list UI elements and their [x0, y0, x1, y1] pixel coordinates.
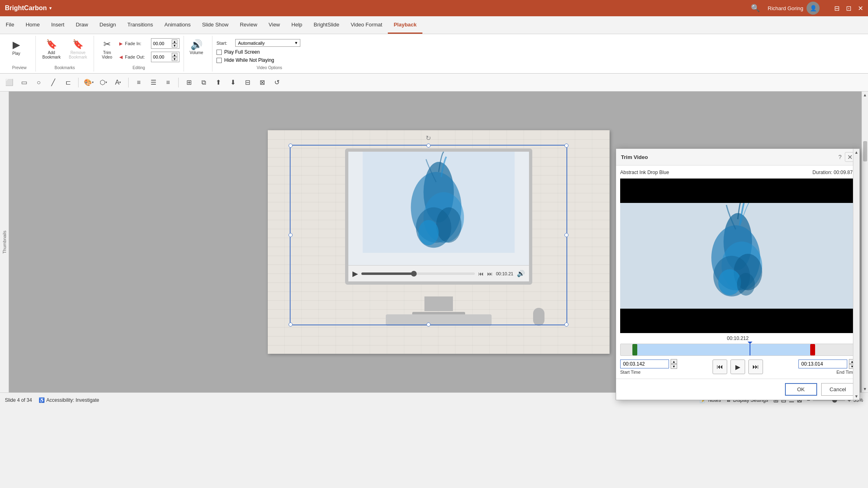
dialog-scroll-down[interactable]: ▼ [855, 394, 859, 399]
trim-playhead [750, 344, 750, 355]
arrange-btn[interactable]: ⧉ [197, 76, 210, 89]
fade-in-arrow: ▶ [119, 41, 122, 46]
trim-step-back-button[interactable]: ⏮ [713, 359, 727, 374]
menu-view[interactable]: View [263, 16, 286, 34]
video-progress-bar[interactable] [361, 272, 475, 275]
shape-fill-color[interactable]: 🎨 ▾ [83, 76, 95, 89]
video-step-back[interactable]: ⏮ [478, 270, 484, 277]
title-dropdown-arrow[interactable]: ▾ [49, 5, 52, 11]
volume-group-label [188, 69, 208, 70]
dialog-vscrollbar[interactable]: ▲ ▼ [853, 149, 859, 400]
trim-step-forward-icon: ⏭ [752, 363, 759, 370]
end-time-value: 00:13.014 [801, 361, 823, 367]
trim-step-forward-button[interactable]: ⏭ [748, 359, 763, 374]
align-center-btn[interactable]: ☰ [147, 76, 160, 89]
fade-in-up[interactable]: ▲ [172, 39, 177, 44]
video-progress-thumb[interactable] [411, 271, 417, 277]
menu-transitions[interactable]: Transitions [122, 16, 159, 34]
fade-out-down[interactable]: ▼ [172, 57, 177, 61]
title-bar: BrightCarbon ▾ 🔍 Richard Goring 👤 ⊟ ⊡ ✕ [0, 0, 868, 16]
fade-out-label: Fade Out: [125, 54, 149, 59]
preview-group-label: Preview [7, 64, 31, 70]
start-time-group: 00:03.142 ▲ ▼ Start Time [620, 359, 677, 375]
bring-forward-btn[interactable]: ⬆ [212, 76, 224, 89]
add-bookmark-button[interactable]: 🔖 AddBookmark [40, 37, 63, 61]
trim-video-button[interactable]: ✂ TrimVideo [98, 37, 116, 61]
thumbnails-toggle[interactable]: Thumbnails [0, 92, 9, 392]
app-title-area: BrightCarbon ▾ [5, 4, 52, 12]
scroll-thumb[interactable] [863, 141, 867, 161]
font-color-icon: A [115, 79, 120, 86]
restore-icon[interactable]: ⊡ [846, 4, 851, 12]
ok-button[interactable]: OK [785, 383, 817, 396]
start-time-up[interactable]: ▲ [671, 359, 677, 364]
remove-bookmark-button[interactable]: 🔖 RemoveBookmark [66, 37, 90, 61]
cancel-button[interactable]: Cancel [821, 383, 855, 396]
shape-outline-color[interactable]: ⬡ ▾ [97, 76, 109, 89]
search-icon[interactable]: 🔍 [751, 4, 760, 13]
fade-out-input[interactable]: 00.00 ▲ ▼ [151, 52, 179, 62]
video-volume-icon[interactable]: 🔊 [517, 270, 525, 277]
dialog-help-icon[interactable]: ? [838, 154, 842, 160]
play-full-screen-row[interactable]: Play Full Screen [216, 49, 260, 55]
play-button[interactable]: ▶ Play [7, 37, 25, 57]
menu-draw[interactable]: Draw [70, 16, 94, 34]
trim-video-label: TrimVideo [102, 50, 112, 59]
accessibility-area[interactable]: ♿ Accessibility: Investigate [39, 397, 99, 403]
menu-home[interactable]: Home [20, 16, 46, 34]
scroll-up-arrow[interactable]: ▲ [863, 93, 867, 97]
hide-while-not-playing-row[interactable]: Hide While Not Playing [216, 57, 274, 63]
align-objects-btn[interactable]: ⊟ [241, 76, 254, 89]
menu-help[interactable]: Help [286, 16, 308, 34]
trim-play-button[interactable]: ▶ [730, 359, 745, 374]
align-right-btn[interactable]: ≡ [162, 76, 174, 89]
dialog-scroll-up[interactable]: ▲ [855, 150, 859, 155]
menu-slideshow[interactable]: Slide Show [196, 16, 234, 34]
trim-start-handle[interactable] [632, 344, 637, 355]
menu-animations[interactable]: Animations [159, 16, 196, 34]
menu-video-format[interactable]: Video Format [345, 16, 388, 34]
fade-in-down[interactable]: ▼ [172, 44, 177, 48]
play-full-screen-checkbox[interactable] [216, 50, 222, 55]
trim-timeline[interactable] [620, 344, 855, 356]
scroll-down-arrow[interactable]: ▼ [863, 387, 867, 391]
align-left-btn[interactable]: ≡ [133, 76, 145, 89]
dialog-titlebar-controls: ? ✕ [838, 152, 855, 162]
end-time-input[interactable]: 00:13.014 [798, 359, 847, 368]
shape-freeform[interactable]: ⊏ [62, 76, 74, 89]
shape-line[interactable]: ╱ [47, 76, 59, 89]
fade-out-spinners: ▲ ▼ [172, 53, 177, 61]
trim-end-handle[interactable] [810, 344, 815, 355]
close-icon[interactable]: ✕ [858, 4, 863, 12]
menu-review[interactable]: Review [234, 16, 263, 34]
video-step-forward[interactable]: ⏭ [487, 270, 493, 277]
rotate-btn[interactable]: ↺ [271, 76, 283, 89]
distribute-btn[interactable]: ⊠ [256, 76, 268, 89]
start-dropdown[interactable]: Automatically ▾ [235, 39, 300, 47]
shape-font-color[interactable]: A ▾ [112, 76, 124, 89]
dialog-scroll-track [854, 155, 859, 394]
slide-vscrollbar[interactable]: ▲ ▼ [861, 92, 868, 392]
play-full-screen-label: Play Full Screen [224, 49, 260, 55]
menu-file[interactable]: File [0, 16, 20, 34]
fade-in-input[interactable]: 00.00 ▲ ▼ [151, 38, 179, 49]
start-time-input[interactable]: 00:03.142 [620, 359, 669, 368]
hide-while-not-playing-checkbox[interactable] [216, 58, 222, 63]
shape-textbox[interactable]: ⬜ [3, 76, 15, 89]
menu-brightslide[interactable]: BrightSlide [308, 16, 345, 34]
start-time-down[interactable]: ▼ [671, 364, 677, 369]
volume-button[interactable]: 🔊 Volume [188, 37, 205, 57]
remove-bookmark-label: RemoveBookmark [69, 50, 87, 59]
video-play-button[interactable]: ▶ [352, 269, 358, 278]
toolbar-separator-3 [178, 78, 179, 87]
fade-out-up[interactable]: ▲ [172, 53, 177, 57]
remove-bookmark-icon: 🔖 [72, 39, 83, 50]
shape-oval[interactable]: ○ [33, 76, 45, 89]
menu-design[interactable]: Design [94, 16, 122, 34]
group-btn[interactable]: ⊞ [183, 76, 195, 89]
menu-playback[interactable]: Playback [388, 16, 422, 34]
shape-rectangle[interactable]: ▭ [18, 76, 30, 89]
send-back-btn[interactable]: ⬇ [227, 76, 239, 89]
menu-insert[interactable]: Insert [46, 16, 70, 34]
minimize-icon[interactable]: ⊟ [834, 4, 840, 12]
